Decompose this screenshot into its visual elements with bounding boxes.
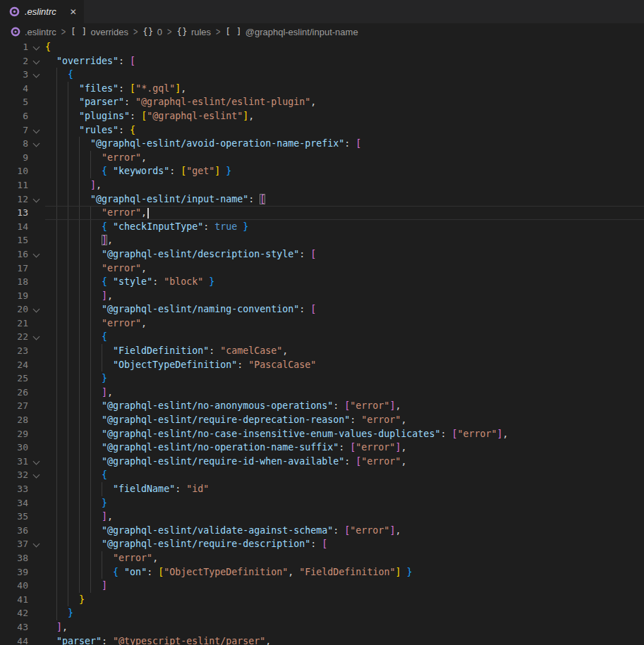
line-number: 43 xyxy=(0,620,28,634)
code-line[interactable]: 17 "error", xyxy=(0,262,644,276)
line-number: 31 xyxy=(0,455,28,469)
breadcrumb-item-rules[interactable]: {}rules xyxy=(176,27,211,37)
code-line[interactable]: 9 "error", xyxy=(0,151,644,165)
line-number: 6 xyxy=(0,109,28,123)
code-line[interactable]: 14 { "checkInputType": true } xyxy=(0,220,644,234)
code-line[interactable]: 39 { "on": ["ObjectTypeDefinition", "Fie… xyxy=(0,565,644,579)
indent-guide xyxy=(90,151,91,165)
indent-guide xyxy=(90,275,91,289)
code-line[interactable]: 36 "@graphql-eslint/validate-against-sch… xyxy=(0,524,644,538)
code-line[interactable]: 18 { "style": "block" } xyxy=(0,275,644,289)
code-line[interactable]: 23 "FieldDefinition": "camelCase", xyxy=(0,344,644,358)
code-line[interactable]: 24 "ObjectTypeDefinition": "PascalCase" xyxy=(0,358,644,372)
code-line[interactable]: 43 ], xyxy=(0,620,644,634)
code-line[interactable]: 31 "@graphql-eslint/require-id-when-avai… xyxy=(0,455,644,469)
indent-guide xyxy=(56,178,57,192)
code-line[interactable]: 42 } xyxy=(0,606,644,620)
fold-chevron-icon[interactable] xyxy=(28,455,45,469)
code-line[interactable]: 26 ], xyxy=(0,386,644,400)
code-text: ], xyxy=(45,386,644,400)
chevron-down-icon xyxy=(33,57,40,64)
code-text: "@graphql-eslint/no-anonymous-operations… xyxy=(45,399,644,413)
breadcrumb-item--eslintrc[interactable]: .eslintrc xyxy=(11,27,56,37)
indent-guide xyxy=(56,482,57,496)
code-line[interactable]: 21 "error", xyxy=(0,317,644,331)
fold-chevron-icon[interactable] xyxy=(28,40,45,54)
breadcrumb-label: 0 xyxy=(157,27,162,37)
indent-guide xyxy=(68,262,68,276)
code-line[interactable]: 15 ], xyxy=(0,233,644,247)
fold-chevron-icon[interactable] xyxy=(28,137,45,151)
code-line[interactable]: 38 "error", xyxy=(0,551,644,565)
indent-guide xyxy=(68,399,68,413)
fold-chevron-icon[interactable] xyxy=(28,192,45,207)
indent-guide xyxy=(56,220,57,234)
fold-chevron-icon[interactable] xyxy=(28,330,45,344)
code-line[interactable]: 33 "fieldName": "id" xyxy=(0,482,644,496)
code-line[interactable]: 20 "@graphql-eslint/naming-convention": … xyxy=(0,302,644,317)
code-line[interactable]: 29 "@graphql-eslint/no-case-insensitive-… xyxy=(0,427,644,441)
code-line[interactable]: 10 { "keywords": ["get"] } xyxy=(0,164,644,178)
code-text: { "checkInputType": true } xyxy=(45,220,644,234)
fold-gutter xyxy=(28,510,45,524)
code-line[interactable]: 12 "@graphql-eslint/input-name": [ xyxy=(0,192,644,207)
indent-guide xyxy=(79,510,80,524)
code-line[interactable]: 19 ], xyxy=(0,289,644,303)
code-line[interactable]: 30 "@graphql-eslint/no-operation-name-su… xyxy=(0,441,644,455)
code-line[interactable]: 7 "rules": { xyxy=(0,123,644,137)
code-line[interactable]: 11 ], xyxy=(0,178,644,192)
close-icon[interactable]: ✕ xyxy=(70,7,77,17)
indent-guide xyxy=(68,455,68,469)
chevron-down-icon xyxy=(33,140,40,147)
code-line[interactable]: 37 "@graphql-eslint/require-description"… xyxy=(0,537,644,551)
indent-guide xyxy=(68,151,68,165)
editor[interactable]: 1{2 "overrides": [3 {4 "files": ["*.gql"… xyxy=(0,40,644,645)
fold-chevron-icon[interactable] xyxy=(28,54,45,68)
tab-eslintrc[interactable]: .eslintrc ✕ xyxy=(0,0,84,23)
fold-chevron-icon[interactable] xyxy=(28,468,45,482)
code-line[interactable]: 3 { xyxy=(0,68,644,82)
code-text: "plugins": ["@graphql-eslint"], xyxy=(45,109,644,123)
code-line[interactable]: 41 } xyxy=(0,593,644,607)
code-line[interactable]: 40 ] xyxy=(0,579,644,593)
fold-chevron-icon[interactable] xyxy=(28,537,45,551)
indent-guide xyxy=(90,358,91,372)
code-line[interactable]: 8 "@graphql-eslint/avoid-operation-name-… xyxy=(0,137,644,151)
indent-guide xyxy=(79,496,80,510)
indent-guide xyxy=(79,399,80,413)
fold-chevron-icon[interactable] xyxy=(28,247,45,262)
breadcrumb-item-overrides[interactable]: [ ]overrides xyxy=(71,27,128,37)
code-line[interactable]: 25 } xyxy=(0,371,644,386)
code-line[interactable]: 1{ xyxy=(0,40,644,54)
indent-guide xyxy=(68,82,68,96)
chevron-right-icon: > xyxy=(61,26,66,37)
code-line[interactable]: 32 { xyxy=(0,468,644,482)
fold-chevron-icon[interactable] xyxy=(28,68,45,82)
code-line[interactable]: 28 "@graphql-eslint/require-deprecation-… xyxy=(0,413,644,427)
code-text: "@graphql-eslint/require-deprecation-rea… xyxy=(45,413,644,427)
code-line[interactable]: 6 "plugins": ["@graphql-eslint"], xyxy=(0,109,644,123)
code-line[interactable]: 35 ], xyxy=(0,510,644,524)
code-line[interactable]: 13 "error", xyxy=(0,206,644,220)
code-line[interactable]: 34 } xyxy=(0,496,644,510)
code-line[interactable]: 22 { xyxy=(0,330,644,344)
indent-guide xyxy=(79,386,80,400)
code-text: "fieldName": "id" xyxy=(45,482,644,496)
chevron-down-icon xyxy=(33,71,40,78)
code-line[interactable]: 16 "@graphql-eslint/description-style": … xyxy=(0,247,644,262)
code-line[interactable]: 2 "overrides": [ xyxy=(0,54,644,68)
code-line[interactable]: 4 "files": ["*.gql"], xyxy=(0,82,644,96)
fold-gutter xyxy=(28,565,45,579)
fold-gutter xyxy=(28,371,45,386)
breadcrumb-item--graphql-eslint-input-name[interactable]: [ ]@graphql-eslint/input-name xyxy=(226,27,358,37)
fold-chevron-icon[interactable] xyxy=(28,123,45,137)
code-line[interactable]: 5 "parser": "@graphql-eslint/eslint-plug… xyxy=(0,95,644,109)
breadcrumb-item-0[interactable]: {}0 xyxy=(142,27,162,37)
code-line[interactable]: 27 "@graphql-eslint/no-anonymous-operati… xyxy=(0,399,644,413)
indent-guide xyxy=(68,441,68,455)
fold-gutter xyxy=(28,606,45,620)
code-text: "rules": { xyxy=(45,123,644,137)
code-line[interactable]: 44 "parser": "@typescript-eslint/parser"… xyxy=(0,634,644,645)
code-text: { "on": ["ObjectTypeDefinition", "FieldD… xyxy=(45,565,644,579)
fold-chevron-icon[interactable] xyxy=(28,302,45,317)
